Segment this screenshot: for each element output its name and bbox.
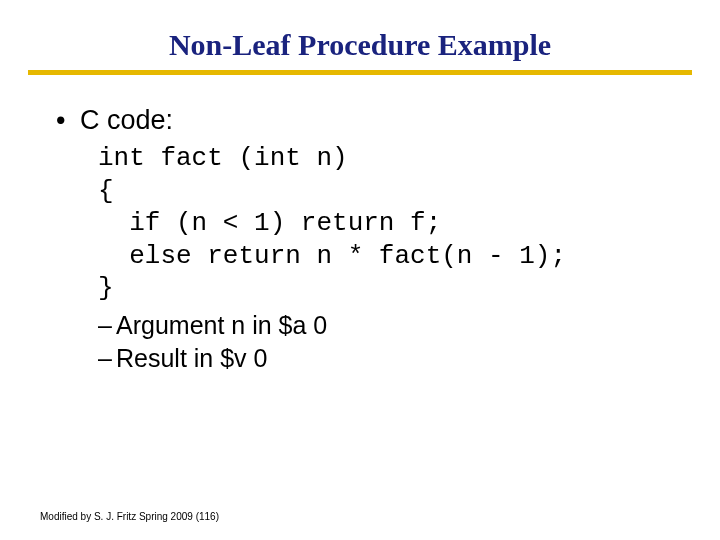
slide-title: Non-Leaf Procedure Example [0,0,720,70]
title-underline [28,70,692,75]
sub-bullet-list: –Argument n in $a 0 –Result in $v 0 [56,305,690,377]
sub-bullet-item: –Result in $v 0 [98,342,690,376]
sub-bullet-item: –Argument n in $a 0 [98,309,690,343]
code-block: int fact (int n) { if (n < 1) return f; … [56,142,690,305]
content-area: • C code: int fact (int n) { if (n < 1) … [0,105,720,376]
sub-bullet-text: Result in $v 0 [116,344,267,372]
dash-marker: – [98,309,116,343]
footer-text: Modified by S. J. Fritz Spring 2009 (116… [40,511,219,522]
sub-bullet-text: Argument n in $a 0 [116,311,327,339]
bullet-item: • C code: [56,105,690,136]
bullet-marker: • [56,105,80,136]
dash-marker: – [98,342,116,376]
bullet-text: C code: [80,105,173,136]
